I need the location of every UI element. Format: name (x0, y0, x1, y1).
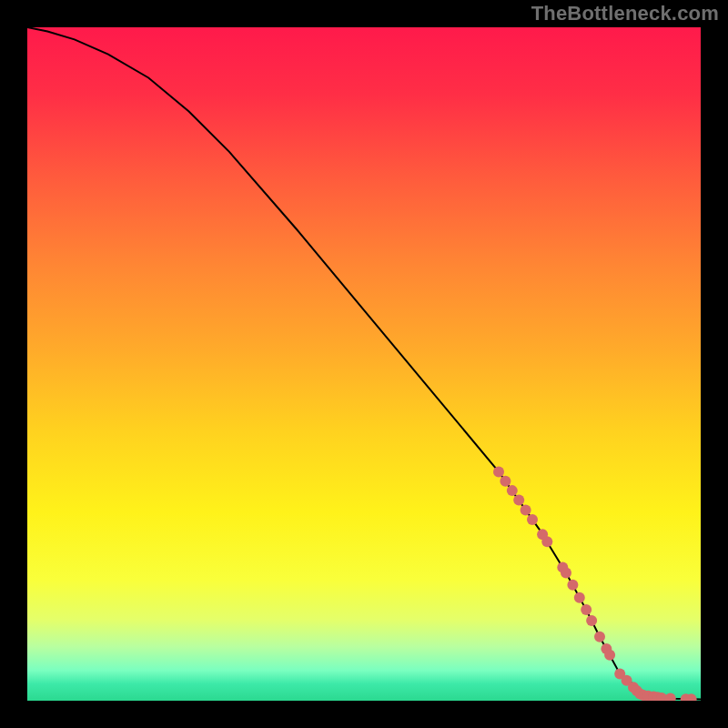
data-point (561, 567, 571, 578)
data-point (574, 592, 585, 603)
data-point (541, 536, 552, 547)
data-point (521, 505, 531, 516)
data-point (581, 604, 592, 615)
data-point (567, 580, 578, 591)
data-point (604, 650, 615, 661)
data-point (594, 632, 605, 642)
gradient-background (27, 27, 701, 701)
data-point (500, 476, 511, 487)
data-point (507, 485, 518, 496)
plot-svg (27, 27, 701, 701)
data-point (513, 494, 524, 505)
data-point (527, 514, 538, 525)
chart-frame: TheBottleneck.com (0, 0, 728, 728)
plot-area (27, 27, 701, 701)
data-point (493, 466, 504, 477)
data-point (586, 615, 597, 626)
watermark-text: TheBottleneck.com (531, 2, 719, 25)
